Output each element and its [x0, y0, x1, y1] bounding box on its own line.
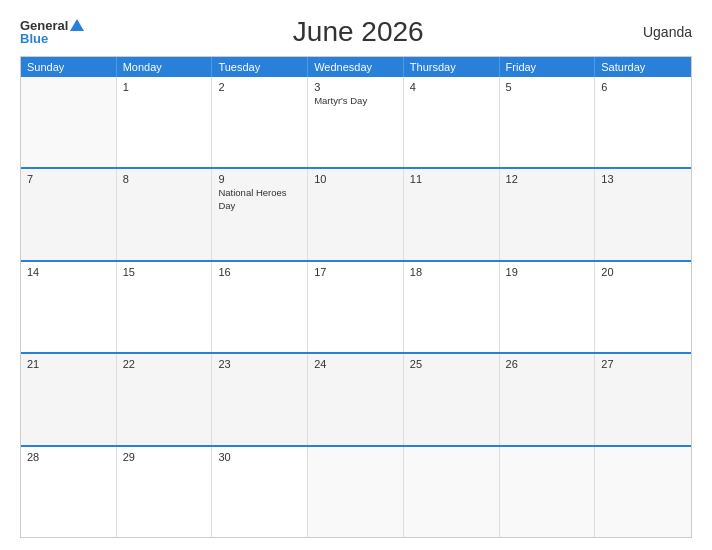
day-cell-29: 29 [117, 447, 213, 537]
week-row-5: 28 29 30 [21, 447, 691, 537]
day-cell-11: 11 [404, 169, 500, 259]
day-cell-9: 9 National Heroes Day [212, 169, 308, 259]
country-label: Uganda [632, 24, 692, 40]
logo-triangle-icon [70, 19, 84, 31]
day-cell-empty-34 [595, 447, 691, 537]
day-cell-20: 20 [595, 262, 691, 352]
header-thursday: Thursday [404, 57, 500, 77]
header-monday: Monday [117, 57, 213, 77]
day-cell-14: 14 [21, 262, 117, 352]
day-cell-8: 8 [117, 169, 213, 259]
day-cell-23: 23 [212, 354, 308, 444]
day-cell-22: 22 [117, 354, 213, 444]
day-cell-6: 6 [595, 77, 691, 167]
day-cell-5: 5 [500, 77, 596, 167]
week-row-3: 14 15 16 17 18 19 20 [21, 262, 691, 354]
day-cell-30: 30 [212, 447, 308, 537]
day-cell-3: 3 Martyr's Day [308, 77, 404, 167]
logo: General Blue [20, 19, 84, 45]
day-cell-21: 21 [21, 354, 117, 444]
day-cell-15: 15 [117, 262, 213, 352]
logo-blue-text: Blue [20, 32, 48, 45]
calendar: Sunday Monday Tuesday Wednesday Thursday… [20, 56, 692, 538]
day-headers-row: Sunday Monday Tuesday Wednesday Thursday… [21, 57, 691, 77]
day-cell-17: 17 [308, 262, 404, 352]
header-sunday: Sunday [21, 57, 117, 77]
header-friday: Friday [500, 57, 596, 77]
day-cell-27: 27 [595, 354, 691, 444]
day-cell-4: 4 [404, 77, 500, 167]
martyrs-day-label: Martyr's Day [314, 95, 397, 107]
day-cell-25: 25 [404, 354, 500, 444]
week-row-4: 21 22 23 24 25 26 27 [21, 354, 691, 446]
week-row-2: 7 8 9 National Heroes Day 10 11 12 13 [21, 169, 691, 261]
day-cell-12: 12 [500, 169, 596, 259]
day-cell-13: 13 [595, 169, 691, 259]
header-saturday: Saturday [595, 57, 691, 77]
header: General Blue June 2026 Uganda [20, 16, 692, 48]
calendar-weeks: 1 2 3 Martyr's Day 4 5 6 7 8 9 National … [21, 77, 691, 537]
day-cell-2: 2 [212, 77, 308, 167]
day-cell-16: 16 [212, 262, 308, 352]
national-heroes-day-label: National Heroes Day [218, 187, 301, 212]
day-cell-28: 28 [21, 447, 117, 537]
page: General Blue June 2026 Uganda Sunday Mon… [0, 0, 712, 550]
day-cell-26: 26 [500, 354, 596, 444]
week-row-1: 1 2 3 Martyr's Day 4 5 6 [21, 77, 691, 169]
day-cell-24: 24 [308, 354, 404, 444]
day-cell-empty-31 [308, 447, 404, 537]
header-wednesday: Wednesday [308, 57, 404, 77]
page-title: June 2026 [84, 16, 632, 48]
day-cell-19: 19 [500, 262, 596, 352]
header-tuesday: Tuesday [212, 57, 308, 77]
day-cell-empty-32 [404, 447, 500, 537]
day-cell-empty-33 [500, 447, 596, 537]
day-cell-empty [21, 77, 117, 167]
day-cell-1: 1 [117, 77, 213, 167]
day-cell-10: 10 [308, 169, 404, 259]
day-cell-7: 7 [21, 169, 117, 259]
day-cell-18: 18 [404, 262, 500, 352]
